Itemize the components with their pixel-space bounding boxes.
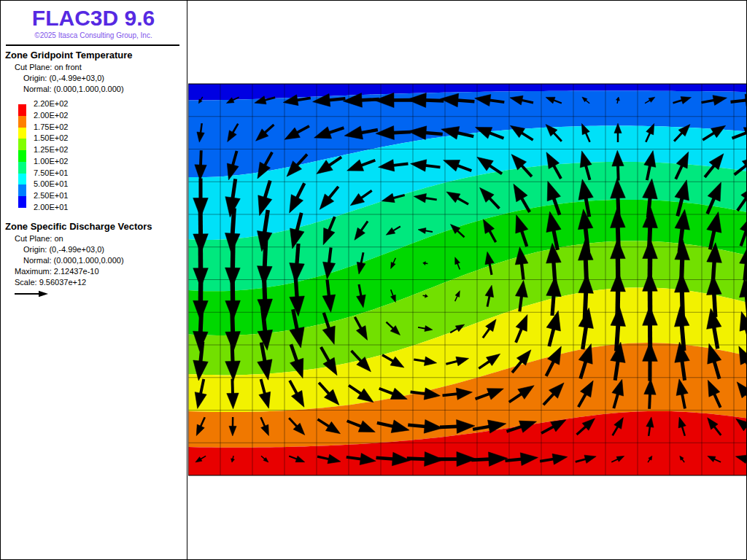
temperature-normal: Normal: (0.000,1.000,0.000) xyxy=(23,84,187,95)
legend-value: 2.00E+01 xyxy=(34,202,68,214)
legend-swatch xyxy=(18,139,26,150)
plot-canvas[interactable] xyxy=(188,0,747,560)
legend-value: 1.75E+02 xyxy=(34,122,68,133)
legend-swatch xyxy=(18,184,26,196)
temperature-cut-plane: Cut Plane: on front xyxy=(15,62,187,73)
legend-swatch xyxy=(18,116,26,128)
separator-line xyxy=(6,44,179,46)
legend-swatch xyxy=(18,162,26,174)
legend-swatch xyxy=(18,150,26,162)
legend-value: 2.00E+02 xyxy=(34,110,68,122)
legend-labels: 2.20E+022.00E+021.75E+021.50E+021.25E+02… xyxy=(34,98,68,213)
vectors-maximum: Maximum: 2.12437e-10 xyxy=(15,266,187,277)
legend-value: 1.25E+02 xyxy=(34,144,68,156)
legend-swatch xyxy=(18,128,26,139)
legend-swatch xyxy=(18,196,26,208)
legend-value: 5.00E+01 xyxy=(34,179,68,190)
app-title: FLAC3D 9.6 xyxy=(0,6,187,31)
vectors-heading: Zone Specific Discharge Vectors xyxy=(5,221,187,232)
legend-value: 7.50E+01 xyxy=(34,168,68,179)
legend-sidebar: FLAC3D 9.6 ©2025 Itasca Consulting Group… xyxy=(0,0,187,560)
vectors-cut-plane: Cut Plane: on xyxy=(15,233,187,244)
legend-swatch xyxy=(18,104,26,116)
legend-swatch xyxy=(18,174,26,185)
temperature-section: Zone Gridpoint Temperature Cut Plane: on… xyxy=(0,50,187,217)
vectors-scale: Scale: 9.56037e+12 xyxy=(15,277,187,288)
legend-value: 2.20E+02 xyxy=(34,98,68,110)
scale-arrow-icon xyxy=(13,289,50,298)
plot-viewport xyxy=(188,0,747,560)
legend-swatches xyxy=(18,104,26,207)
temperature-color-legend: 2.20E+022.00E+021.75E+021.50E+021.25E+02… xyxy=(18,98,187,217)
temperature-heading: Zone Gridpoint Temperature xyxy=(5,50,187,61)
vectors-origin: Origin: (0,-4.99e+03,0) xyxy=(23,244,187,255)
temperature-origin: Origin: (0,-4.99e+03,0) xyxy=(23,73,187,84)
legend-value: 2.50E+01 xyxy=(34,190,68,202)
legend-value: 1.50E+02 xyxy=(34,133,68,144)
copyright-text: ©2025 Itasca Consulting Group, Inc. xyxy=(0,31,187,39)
vectors-section: Zone Specific Discharge Vectors Cut Plan… xyxy=(0,221,187,298)
legend-value: 1.00E+02 xyxy=(34,156,68,168)
vectors-normal: Normal: (0.000,1.000,0.000) xyxy=(23,255,187,266)
